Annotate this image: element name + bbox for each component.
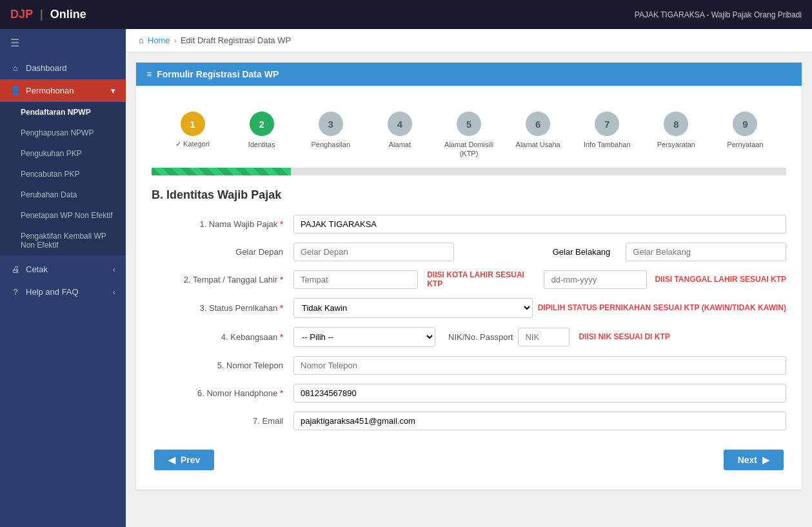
sidebar-item-dashboard[interactable]: ⌂ Dashboard <box>0 57 126 79</box>
brand-pipe: | <box>40 8 46 21</box>
help-chevron-icon: ‹ <box>113 287 115 297</box>
step-3: 3 Penghasilan <box>296 112 365 149</box>
step-check-1: ✓ Kategori <box>175 140 210 148</box>
label-ttl: 2. Tempat / Tanggal Lahir * <box>152 275 293 284</box>
select-status[interactable]: Tidak Kawin Kawin <box>294 299 532 317</box>
step-label-8: Persyaratan <box>657 140 695 149</box>
sidebar-item-penetapan-wp[interactable]: Penetapan WP Non Efektif <box>0 205 126 226</box>
prev-icon: ◀ <box>168 455 175 465</box>
next-icon: ▶ <box>762 455 769 465</box>
progress-bar-fill <box>152 168 291 175</box>
sidebar-item-cetak[interactable]: 🖨 Cetak ‹ <box>0 258 126 281</box>
input-telepon[interactable] <box>293 356 786 375</box>
form-card-header: ≡ Formulir Registrasi Data WP <box>136 63 802 86</box>
step-label-6: Alamat Usaha <box>516 140 560 149</box>
input-gelar-belakang[interactable] <box>626 243 786 261</box>
print-icon: 🖨 <box>10 264 21 274</box>
progress-bar <box>152 168 786 175</box>
label-email: 7. Email <box>152 416 293 426</box>
label-status: 3. Status Pernikahan * <box>152 303 293 313</box>
row-handphone: 6. Nomor Handphone * <box>152 384 786 403</box>
step-circle-5: 5 <box>457 112 481 136</box>
input-gelar-depan[interactable] <box>293 243 454 261</box>
chevron-down-icon: ▾ <box>111 86 115 95</box>
label-nama: 1. Nama Wajib Pajak * <box>152 219 293 229</box>
step-label-3: Penghasilan <box>311 140 350 149</box>
hint-nik: DIISI NIK SESUAI DI KTP <box>579 332 669 341</box>
label-nik: NIK/No. Passport <box>448 332 513 342</box>
breadcrumb-separator: › <box>174 35 177 45</box>
step-label-7: Info Tambahan <box>584 140 631 149</box>
hint-status: DIPILIH STATUS PERNIKAHAN SESUAI KTP (KA… <box>538 303 786 312</box>
step-circle-6: 6 <box>526 112 550 136</box>
cetak-chevron-icon: ‹ <box>113 264 115 274</box>
input-nik[interactable] <box>518 328 569 346</box>
content-area: ⌂ Home › Edit Draft Registrasi Data WP ≡… <box>126 29 812 527</box>
sidebar-item-penghapusan-npwp[interactable]: Penghapusan NPWP <box>0 123 126 143</box>
row-gelar: Gelar Depan Gelar Belakang <box>152 243 786 261</box>
prev-button[interactable]: ◀ Prev <box>154 450 214 470</box>
step-2: 2 Identitas <box>227 112 296 149</box>
step-circle-4: 4 <box>388 112 412 136</box>
home-icon: ⌂ <box>139 35 144 45</box>
sidebar-item-pencabutan-pkp[interactable]: Pencabutan PKP <box>0 164 126 184</box>
step-circle-2: 2 <box>250 112 274 136</box>
required-nama: * <box>280 219 283 229</box>
sidebar-submenu-permohonan: Pendaftaran NPWP Penghapusan NPWP Penguk… <box>0 102 126 255</box>
brand-online: Online <box>50 8 86 21</box>
help-icon: ? <box>10 287 21 297</box>
button-row: ◀ Prev Next ▶ <box>152 450 786 470</box>
row-kebangsaan: 4. Kebangsaan * -- Pilih -- NIK/No. Pass… <box>152 327 786 347</box>
input-nama[interactable] <box>293 215 786 234</box>
step-circle-9: 9 <box>733 112 757 136</box>
user-info: PAJAK TIGARAKSA - Wajib Pajak Orang Prib… <box>635 10 802 19</box>
breadcrumb: ⌂ Home › Edit Draft Registrasi Data WP <box>126 29 812 52</box>
input-tanggal-lahir[interactable] <box>544 270 647 289</box>
step-label-4: Alamat <box>389 140 411 149</box>
row-email: 7. Email <box>152 412 786 430</box>
permohonan-icon: 👤 <box>10 86 21 95</box>
label-telepon: 5. Nomor Telepon <box>152 361 293 370</box>
breadcrumb-current: Edit Draft Registrasi Data WP <box>181 35 291 45</box>
sidebar-item-pendaftaran-npwp[interactable]: Pendaftaran NPWP <box>0 102 126 123</box>
select-kebangsaan[interactable]: -- Pilih -- <box>294 328 435 346</box>
label-handphone: 6. Nomor Handphone * <box>152 388 293 398</box>
select-kebangsaan-wrap: -- Pilih -- <box>293 327 435 347</box>
step-7: 7 Info Tambahan <box>573 112 642 149</box>
sidebar-item-help[interactable]: ? Help and FAQ ‹ <box>0 281 126 303</box>
form-header-icon: ≡ <box>146 69 152 79</box>
input-handphone[interactable] <box>293 384 786 403</box>
next-label: Next <box>738 455 757 465</box>
input-email[interactable] <box>293 412 786 430</box>
input-tempat-lahir[interactable] <box>293 270 418 289</box>
step-label-5: Alamat Domisili (KTP) <box>434 140 503 159</box>
step-label-9: Pernyataan <box>727 140 763 149</box>
label-gelar-belakang: Gelar Belakang <box>464 243 611 261</box>
sidebar: ☰ ⌂ Dashboard 👤 Permohonan ▾ Pendaftaran… <box>0 29 126 527</box>
row-ttl: 2. Tempat / Tanggal Lahir * DIISI KOTA L… <box>152 270 786 289</box>
step-circle-8: 8 <box>664 112 688 136</box>
step-4: 4 Alamat <box>365 112 434 149</box>
step-8: 8 Persyaratan <box>642 112 711 149</box>
dashboard-icon: ⌂ <box>10 63 21 73</box>
step-6: 6 Alamat Usaha <box>504 112 573 149</box>
select-status-wrap: Tidak Kawin Kawin <box>293 298 533 318</box>
step-circle-3: 3 <box>319 112 343 136</box>
step-1: 1 ✓ Kategori <box>158 112 227 148</box>
sidebar-section-permohonan[interactable]: 👤 Permohonan ▾ <box>0 79 126 102</box>
breadcrumb-home[interactable]: Home <box>148 35 170 45</box>
next-button[interactable]: Next ▶ <box>724 450 784 470</box>
sidebar-item-pengukuhan-pkp[interactable]: Pengukuhan PKP <box>0 143 126 164</box>
step-5: 5 Alamat Domisili (KTP) <box>434 112 503 159</box>
sidebar-item-perubahan-data[interactable]: Perubahan Data <box>0 184 126 205</box>
steps-container: 1 ✓ Kategori 2 Identitas 3 Penghasilan 4… <box>152 99 786 165</box>
row-telepon: 5. Nomor Telepon <box>152 356 786 375</box>
prev-label: Prev <box>181 455 200 465</box>
hamburger-icon[interactable]: ☰ <box>0 29 126 57</box>
step-9: 9 Pernyataan <box>711 112 780 149</box>
section-heading: B. Identitas Wajib Pajak <box>152 188 786 202</box>
label-gelar-depan: Gelar Depan <box>152 247 293 257</box>
label-kebangsaan: 4. Kebangsaan * <box>152 332 293 342</box>
sidebar-item-pengaktifan-kembali[interactable]: Pengaktifan Kembali WP Non Efektif <box>0 226 126 255</box>
step-label-2: Identitas <box>248 140 275 149</box>
